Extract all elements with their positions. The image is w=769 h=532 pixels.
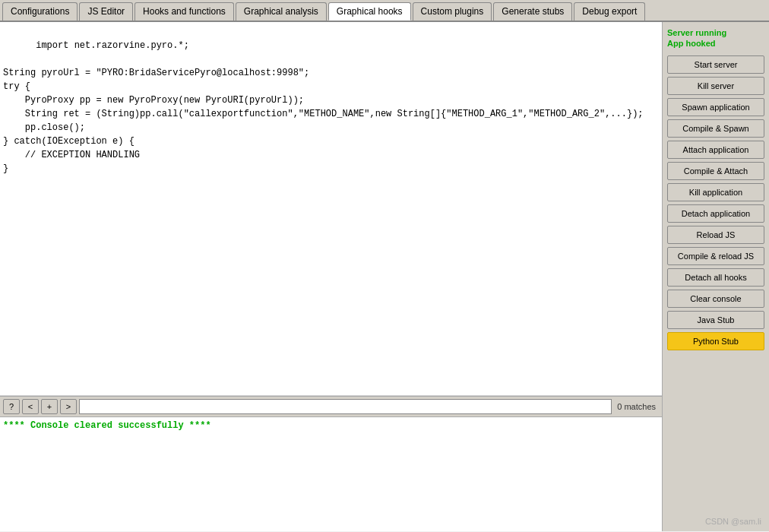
search-bar: ? < + > 0 matches (0, 396, 662, 417)
reload-js-button[interactable]: Reload JS (667, 226, 764, 244)
search-matches: 0 matches (614, 402, 659, 411)
tab-debug-export[interactable]: Debug export (574, 2, 645, 21)
tab-custom-plugins[interactable]: Custom plugins (413, 2, 492, 21)
clear-console-button[interactable]: Clear console (667, 290, 764, 308)
compile-spawn-button[interactable]: Compile & Spawn (667, 119, 764, 138)
detach-application-button[interactable]: Detach application (667, 204, 764, 223)
code-area[interactable]: import net.razorvine.pyro.*; String pyro… (0, 22, 662, 396)
kill-application-button[interactable]: Kill application (667, 183, 764, 201)
add-button[interactable]: + (41, 399, 58, 414)
compile-attach-button[interactable]: Compile & Attach (667, 162, 764, 180)
start-server-button[interactable]: Start server (667, 55, 764, 74)
prev-button[interactable]: < (22, 399, 39, 414)
watermark: CSDN @sam.li (705, 517, 761, 526)
tab-graphical-analysis[interactable]: Graphical analysis (236, 2, 327, 21)
tab-hooks-and-functions[interactable]: Hooks and functions (134, 2, 234, 21)
right-panel: Server running App hooked Start serverKi… (663, 22, 769, 531)
kill-server-button[interactable]: Kill server (667, 77, 764, 95)
detach-all-hooks-button[interactable]: Detach all hooks (667, 268, 764, 287)
main-layout: import net.razorvine.pyro.*; String pyro… (0, 22, 769, 531)
tab-configurations[interactable]: Configurations (2, 2, 78, 21)
left-panel: import net.razorvine.pyro.*; String pyro… (0, 22, 663, 531)
app-status: App hooked (667, 39, 764, 48)
tab-graphical-hooks[interactable]: Graphical hooks (328, 2, 411, 21)
tab-js-editor[interactable]: JS Editor (79, 2, 133, 21)
spawn-application-button[interactable]: Spawn application (667, 98, 764, 116)
python-stub-button[interactable]: Python Stub (667, 332, 764, 350)
java-stub-button[interactable]: Java Stub (667, 311, 764, 329)
tab-bar: ConfigurationsJS EditorHooks and functio… (0, 0, 769, 22)
attach-application-button[interactable]: Attach application (667, 141, 764, 159)
help-button[interactable]: ? (3, 399, 20, 414)
compile-reload-js-button[interactable]: Compile & reload JS (667, 247, 764, 265)
next-button[interactable]: > (60, 399, 77, 414)
code-content: import net.razorvine.pyro.*; String pyro… (3, 40, 644, 174)
server-status: Server running (667, 28, 764, 37)
search-input[interactable] (79, 399, 612, 414)
console-area: **** Console cleared successfully **** (0, 417, 662, 531)
console-text: **** Console cleared successfully **** (3, 420, 211, 431)
tab-generate-stubs[interactable]: Generate stubs (493, 2, 572, 21)
